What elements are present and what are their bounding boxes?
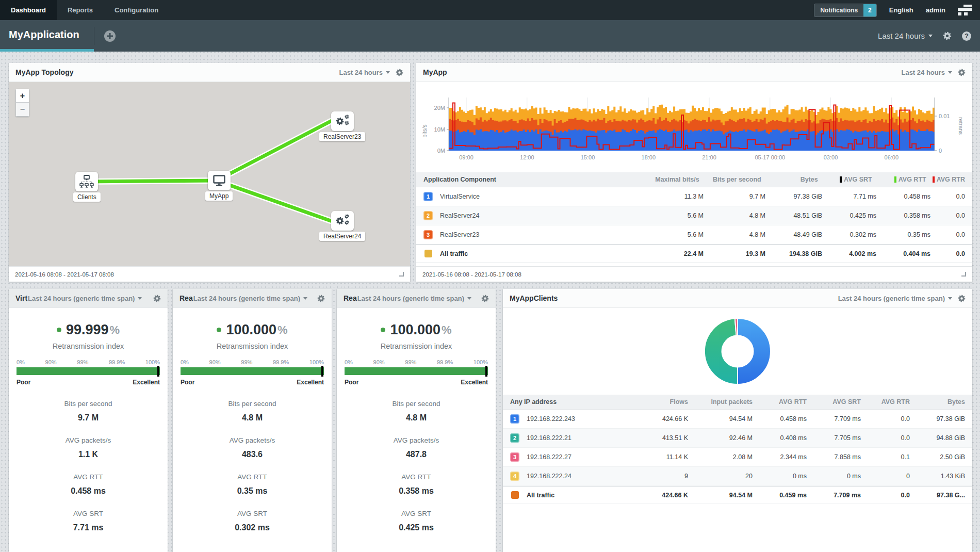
user-menu[interactable]: admin xyxy=(926,6,945,14)
panel-timespan-dropdown[interactable]: Last 24 hours xyxy=(339,69,390,76)
gauge-scale-tick: 0% xyxy=(345,359,353,365)
topology-node-myapp[interactable]: MyApp xyxy=(205,171,233,201)
panel-timespan-dropdown[interactable]: Last 24 hours xyxy=(901,69,952,76)
svg-text:15:00: 15:00 xyxy=(581,154,595,160)
cell: 424.66 K xyxy=(632,487,691,504)
table-row[interactable]: 2RealServer245.6 M4.8 M48.51 GiB0.425 ms… xyxy=(416,206,972,225)
gauge-scale-tick: 100% xyxy=(473,359,488,365)
help-icon[interactable]: ? xyxy=(962,31,971,41)
metric-avg-srt: AVG SRT0.302 ms xyxy=(173,510,332,532)
series-color-swatch xyxy=(424,250,432,257)
table-row[interactable]: 2192.168.222.21413.51 K92.46 M0.408 ms7.… xyxy=(503,429,972,448)
topology-map[interactable]: + − ClientsMyAppRealServer23RealServer24 xyxy=(9,82,410,266)
column-header[interactable]: AVG RTT xyxy=(756,395,810,409)
row-name: RealServer23 xyxy=(440,231,479,238)
panel-settings-gear-icon[interactable] xyxy=(317,295,325,302)
panel-settings-gear-icon[interactable] xyxy=(481,295,489,302)
column-header[interactable]: Bits per second xyxy=(703,172,764,187)
status-dot-icon xyxy=(381,328,385,332)
row-name: All traffic xyxy=(440,250,468,257)
traffic-chart-svg: 0M10M20M00.0109:0012:0015:0018:0021:0005… xyxy=(416,82,972,172)
column-header[interactable]: Maximal bits/s xyxy=(635,172,703,187)
clients-table: Any IP addressFlowsInput packetsAVG RTTA… xyxy=(503,395,972,504)
panel-title: Rea xyxy=(344,294,357,302)
map-zoom-out-button[interactable]: − xyxy=(15,103,29,117)
cell: 0.458 ms xyxy=(879,188,934,205)
language-selector[interactable]: English xyxy=(889,6,913,14)
column-header[interactable]: AVG SRT xyxy=(810,395,864,409)
cell: 48.51 GiB xyxy=(769,207,825,224)
table-total-row[interactable]: All traffic424.66 K94.54 M0.459 ms7.709 … xyxy=(503,486,972,504)
nav-tab-dashboard[interactable]: Dashboard xyxy=(0,0,57,20)
table-row[interactable]: 1192.168.222.243424.66 K94.54 M0.458 ms7… xyxy=(503,410,972,429)
panel-title: MyApp Topology xyxy=(15,68,74,76)
column-header[interactable]: Bytes xyxy=(913,395,972,409)
dashboard-tab-bar: MyApplication Last 24 hours ? xyxy=(0,20,980,52)
nav-tab-reports[interactable]: Reports xyxy=(57,0,104,20)
dashboard-settings-gear-icon[interactable] xyxy=(943,31,952,40)
metric-avg-srt: AVG SRT0.425 ms xyxy=(337,510,496,532)
node-label: Clients xyxy=(73,192,101,202)
gauge-scale-tick: 90% xyxy=(45,359,57,365)
column-header[interactable]: Input packets xyxy=(691,395,756,409)
panel-timespan-dropdown[interactable]: Last 24 hours (generic time span) xyxy=(193,295,307,302)
panel-time-range: 2021-05-16 08:08 - 2021-05-17 08:08 xyxy=(422,271,521,278)
cell: 4.8 M xyxy=(707,207,769,224)
nav-tab-configuration[interactable]: Configuration xyxy=(104,0,169,20)
global-timespan-dropdown[interactable]: Last 24 hours xyxy=(878,31,933,40)
notifications-button[interactable]: Notifications 2 xyxy=(814,4,876,17)
topology-node-clients[interactable]: Clients xyxy=(73,172,101,202)
row-name: 192.168.222.27 xyxy=(527,453,571,461)
cell: 94.54 M xyxy=(691,487,756,504)
panel-settings-gear-icon[interactable] xyxy=(396,69,403,76)
metric-card-2: ReaLast 24 hours (generic time span)100.… xyxy=(173,289,332,552)
svg-text:0: 0 xyxy=(939,148,942,154)
svg-text:12:00: 12:00 xyxy=(520,154,534,160)
map-zoom-in-button[interactable]: + xyxy=(15,89,29,103)
column-header[interactable]: AVG RTT xyxy=(875,172,929,187)
column-header[interactable]: AVG SRT xyxy=(821,172,875,187)
panel-resize-handle[interactable] xyxy=(961,272,966,277)
metric-avg-packets-s: AVG packets/s487.8 xyxy=(337,436,496,459)
topology-node-rs24[interactable]: RealServer24 xyxy=(319,211,365,241)
panel-timespan-dropdown[interactable]: Last 24 hours (generic time span) xyxy=(28,295,142,302)
cell: 9.7 M xyxy=(707,188,769,205)
cell: 1.43 KiB xyxy=(913,468,972,484)
column-header[interactable]: AVG RTR xyxy=(929,172,972,187)
add-dashboard-tab-button[interactable] xyxy=(104,30,116,42)
topology-node-rs23[interactable]: RealServer23 xyxy=(319,111,365,141)
column-header[interactable]: AVG RTR xyxy=(864,395,913,409)
table-row[interactable]: 1VirtualService11.3 M9.7 M97.38 GiB7.71 … xyxy=(416,187,972,206)
svg-text:0.01: 0.01 xyxy=(939,113,950,119)
cell: 0 ms xyxy=(756,468,810,484)
panel-settings-gear-icon[interactable] xyxy=(958,69,966,76)
cell: 0.0 xyxy=(934,226,972,243)
panel-settings-gear-icon[interactable] xyxy=(153,295,161,302)
panel-timespan-dropdown[interactable]: Last 24 hours (generic time span) xyxy=(838,295,952,302)
column-header[interactable]: Flows xyxy=(632,395,691,409)
tab-myapplication[interactable]: MyApplication xyxy=(0,20,94,52)
table-row[interactable]: 4192.168.222.249200 ms0 ms01.43 KiB xyxy=(503,467,972,486)
panel-resize-handle[interactable] xyxy=(399,272,404,277)
column-header[interactable]: Any IP address xyxy=(503,395,632,409)
cell: 48.49 GiB xyxy=(769,226,825,243)
gauge-marker xyxy=(321,366,323,377)
retransmission-index-label: Retransmission index xyxy=(337,342,496,350)
panel-timespan-dropdown[interactable]: Last 24 hours (generic time span) xyxy=(357,295,471,302)
panel-settings-gear-icon[interactable] xyxy=(958,295,966,302)
svg-text:03:00: 03:00 xyxy=(824,154,838,160)
chevron-down-icon xyxy=(928,35,933,37)
gauge-marker xyxy=(485,366,487,377)
table-total-row[interactable]: All traffic22.4 M19.3 M194.38 GiB4.002 m… xyxy=(416,245,972,263)
gauge-scale-tick: 90% xyxy=(373,359,385,365)
column-header[interactable]: Bytes xyxy=(764,172,821,187)
cell: 97.38 GiB xyxy=(769,188,825,205)
svg-text:bits/s: bits/s xyxy=(421,124,428,138)
cell: 0.35 ms xyxy=(879,226,934,243)
column-header[interactable]: Application Component xyxy=(416,172,635,187)
cell: 11.3 M xyxy=(640,188,707,205)
table-row[interactable]: 3RealServer235.6 M4.8 M48.49 GiB0.302 ms… xyxy=(416,225,972,245)
table-row[interactable]: 3192.168.222.2711.14 K2.08 M2.344 ms7.85… xyxy=(503,448,972,467)
cell: 11.14 K xyxy=(632,449,691,465)
table-header-row: Application ComponentMaximal bits/sBits … xyxy=(416,172,972,187)
